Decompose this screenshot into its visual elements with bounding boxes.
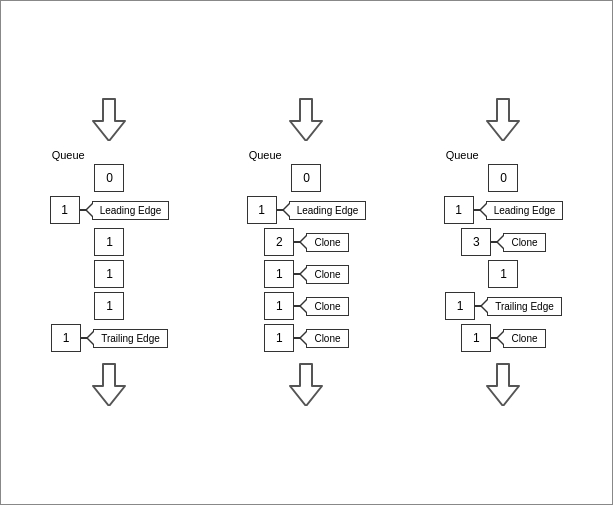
cell-row: 0 <box>94 164 124 192</box>
label-tag: Clone <box>306 233 348 252</box>
label-tag: Clone <box>306 265 348 284</box>
label-tag: Trailing Edge <box>487 297 562 316</box>
queue-column: Queue01Leading Edge3Clone11Trailing Edge… <box>444 149 564 356</box>
cell-4: 1 <box>445 292 475 320</box>
top-arrow <box>485 97 521 143</box>
queue-column: Queue01Leading Edge1111Trailing Edge <box>50 149 170 356</box>
cell-row: 1Clone <box>264 292 348 320</box>
svg-marker-1 <box>93 364 125 406</box>
label-tag: Clone <box>503 329 545 348</box>
top-arrow <box>91 97 127 143</box>
queue-column: Queue01Leading Edge2Clone1Clone1Clone1Cl… <box>247 149 367 356</box>
label-tag: Leading Edge <box>92 201 170 220</box>
bottom-arrow <box>485 362 521 408</box>
label-tag: Leading Edge <box>289 201 367 220</box>
cell-4: 1 <box>94 292 124 320</box>
cell-3: 1 <box>94 260 124 288</box>
cell-row: 1Clone <box>264 260 348 288</box>
svg-marker-3 <box>290 364 322 406</box>
cell-3: 1 <box>488 260 518 288</box>
cell-0: 0 <box>291 164 321 192</box>
bottom-arrow <box>288 362 324 408</box>
bottom-arrow-icon <box>485 362 521 406</box>
cell-row: 1 <box>488 260 518 288</box>
main-container: Queue01Leading Edge1111Trailing Edge Que… <box>0 0 613 505</box>
diagram-1: Queue01Leading Edge1111Trailing Edge <box>50 97 170 408</box>
cell-row: 1Leading Edge <box>444 196 564 224</box>
cell-row: 1 <box>94 292 124 320</box>
cell-0: 0 <box>94 164 124 192</box>
cell-3: 1 <box>264 260 294 288</box>
top-arrow-icon <box>288 97 324 141</box>
label-tag: Clone <box>306 297 348 316</box>
cell-row: 3Clone <box>461 228 545 256</box>
cell-2: 3 <box>461 228 491 256</box>
top-arrow-icon <box>485 97 521 141</box>
cell-row: 1Trailing Edge <box>445 292 562 320</box>
svg-marker-2 <box>290 99 322 141</box>
cell-1: 1 <box>50 196 80 224</box>
svg-marker-0 <box>93 99 125 141</box>
cell-row: 1 <box>94 228 124 256</box>
label-tag: Clone <box>306 329 348 348</box>
label-tag: Clone <box>503 233 545 252</box>
queue-label: Queue <box>52 149 85 161</box>
top-arrow <box>288 97 324 143</box>
cell-row: 0 <box>488 164 518 192</box>
cell-row: 2Clone <box>264 228 348 256</box>
svg-marker-5 <box>487 364 519 406</box>
queue-label: Queue <box>249 149 282 161</box>
top-arrow-icon <box>91 97 127 141</box>
cell-4: 1 <box>264 292 294 320</box>
cell-row: 1Trailing Edge <box>51 324 168 352</box>
cell-2: 2 <box>264 228 294 256</box>
bottom-arrow-icon <box>288 362 324 406</box>
cell-row: 1Leading Edge <box>50 196 170 224</box>
bottom-arrow <box>91 362 127 408</box>
cell-1: 1 <box>247 196 277 224</box>
cell-row: 1Clone <box>461 324 545 352</box>
cell-1: 1 <box>444 196 474 224</box>
cell-row: 0 <box>291 164 321 192</box>
cell-2: 1 <box>94 228 124 256</box>
cell-row: 1Clone <box>264 324 348 352</box>
diagram-2: Queue01Leading Edge2Clone1Clone1Clone1Cl… <box>247 97 367 408</box>
label-tag: Trailing Edge <box>93 329 168 348</box>
diagram-3: Queue01Leading Edge3Clone11Trailing Edge… <box>444 97 564 408</box>
svg-marker-4 <box>487 99 519 141</box>
cell-5: 1 <box>264 324 294 352</box>
cell-0: 0 <box>488 164 518 192</box>
cell-row: 1Leading Edge <box>247 196 367 224</box>
cell-5: 1 <box>461 324 491 352</box>
label-tag: Leading Edge <box>486 201 564 220</box>
bottom-arrow-icon <box>91 362 127 406</box>
queue-label: Queue <box>446 149 479 161</box>
cell-row: 1 <box>94 260 124 288</box>
cell-5: 1 <box>51 324 81 352</box>
